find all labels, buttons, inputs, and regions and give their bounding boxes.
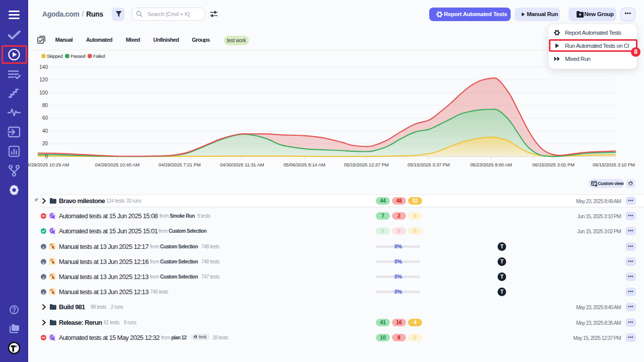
svg-text:05/15/2025 12:37 PM: 05/15/2025 12:37 PM: [344, 162, 389, 167]
svg-text:120: 120: [39, 77, 48, 82]
svg-text:80: 80: [42, 103, 48, 108]
svg-text:04/29/2025 10:40 AM: 04/29/2025 10:40 AM: [95, 162, 140, 167]
svg-text:40: 40: [42, 128, 48, 134]
svg-text:06/15/2025 3:02 PM: 06/15/2025 3:02 PM: [532, 162, 575, 167]
svg-text:06/15/2025 3:10 PM: 06/15/2025 3:10 PM: [593, 162, 635, 167]
svg-text:0: 0: [45, 154, 48, 159]
svg-text:05/06/2025 8:14 AM: 05/06/2025 8:14 AM: [283, 162, 325, 167]
svg-text:04/29/2025 7:21 PM: 04/29/2025 7:21 PM: [158, 162, 201, 167]
svg-text:140: 140: [39, 64, 48, 70]
svg-text:60: 60: [42, 115, 48, 121]
svg-text:20: 20: [42, 141, 48, 146]
svg-text:05/23/2025 9:00 AM: 05/23/2025 9:00 AM: [470, 162, 512, 167]
svg-text:05/15/2025 3:37 PM: 05/15/2025 3:37 PM: [408, 162, 450, 167]
svg-text:04/29/2025 10:29 AM: 04/29/2025 10:29 AM: [28, 162, 69, 167]
svg-text:100: 100: [39, 90, 48, 96]
svg-text:04/30/2025 11:31 AM: 04/30/2025 11:31 AM: [220, 162, 264, 167]
